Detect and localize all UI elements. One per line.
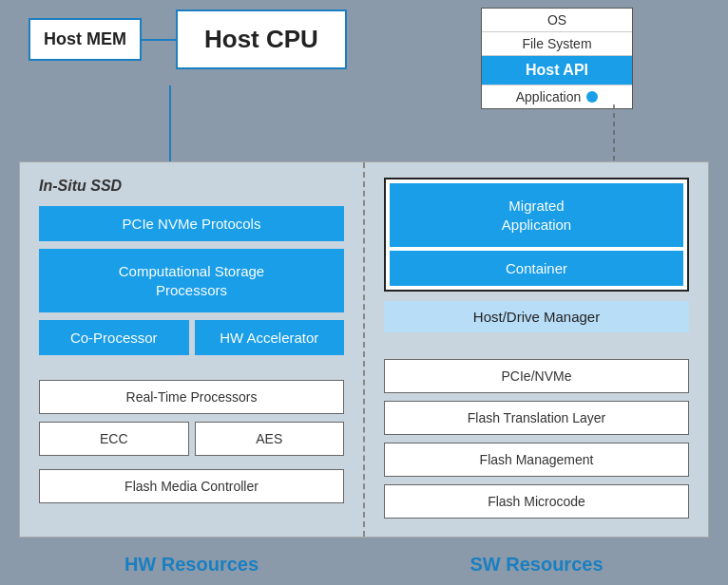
container-label: Container bbox=[506, 260, 567, 276]
application-label: Application bbox=[516, 89, 582, 104]
os-label: OS bbox=[547, 12, 566, 28]
flash-management-box: Flash Management bbox=[384, 443, 689, 477]
sw-resources-label: SW Resources bbox=[364, 554, 709, 576]
left-panel: In-Situ SSD PCIe NVMe Protocols Computat… bbox=[20, 162, 365, 537]
flash-management-label: Flash Management bbox=[480, 452, 594, 467]
host-drive-manager-box: Host/Drive Manager bbox=[384, 301, 689, 332]
csp-box: Computational StorageProcessors bbox=[39, 249, 344, 312]
software-stack: OS File System Host API Application bbox=[481, 8, 633, 109]
os-row: OS bbox=[482, 9, 632, 32]
migrated-app-box: MigratedApplication bbox=[390, 183, 683, 247]
mem-cpu-connector bbox=[142, 39, 176, 41]
host-api-row: Host API bbox=[482, 56, 632, 85]
co-processor-box: Co-Processor bbox=[39, 320, 189, 355]
bottom-labels: HW Resources SW Resources bbox=[19, 554, 709, 576]
co-processor-row: Co-Processor HW Accelerator bbox=[39, 320, 344, 355]
flash-media-label: Flash Media Controller bbox=[125, 479, 259, 494]
co-processor-label: Co-Processor bbox=[70, 330, 158, 346]
hw-accelerator-label: HW Accelerator bbox=[220, 330, 318, 346]
spacer-1 bbox=[39, 363, 344, 380]
top-left-components: Host MEM Host CPU bbox=[29, 9, 347, 69]
ftl-box: Flash Translation Layer bbox=[384, 401, 689, 435]
ecc-aes-row: ECC AES bbox=[39, 422, 344, 456]
migrated-app-label: MigratedApplication bbox=[502, 198, 571, 233]
real-time-processors-box: Real-Time Processors bbox=[39, 380, 344, 414]
host-mem-label: Host MEM bbox=[44, 29, 126, 48]
hw-accelerator-box: HW Accelerator bbox=[195, 320, 345, 355]
spacer-3 bbox=[384, 342, 689, 359]
ftl-label: Flash Translation Layer bbox=[468, 410, 606, 425]
main-diagram-area: In-Situ SSD PCIe NVMe Protocols Computat… bbox=[19, 161, 709, 538]
host-cpu-label: Host CPU bbox=[204, 25, 318, 53]
pcie-nvme-label: PCIe NVMe Protocols bbox=[123, 216, 261, 232]
host-drive-label: Host/Drive Manager bbox=[473, 309, 600, 325]
cpu-vertical-connector bbox=[169, 85, 171, 163]
flash-microcode-label: Flash Microcode bbox=[488, 494, 585, 509]
pcie-nvme-right-label: PCIe/NVMe bbox=[502, 368, 572, 384]
left-panel-title: In-Situ SSD bbox=[39, 178, 344, 195]
pcie-nvme-right-box: PCIe/NVMe bbox=[384, 359, 689, 393]
pcie-nvme-protocols-box: PCIe NVMe Protocols bbox=[39, 206, 344, 241]
filesystem-row: File System bbox=[482, 32, 632, 56]
hw-resources-label: HW Resources bbox=[19, 554, 364, 576]
aes-box: AES bbox=[195, 422, 345, 456]
aes-label: AES bbox=[256, 431, 282, 446]
real-time-label: Real-Time Processors bbox=[126, 389, 258, 405]
migrated-inner: MigratedApplication Container bbox=[386, 179, 687, 290]
flash-microcode-box: Flash Microcode bbox=[384, 484, 689, 519]
ecc-label: ECC bbox=[100, 431, 128, 446]
ecc-box: ECC bbox=[39, 422, 189, 456]
application-dot bbox=[586, 91, 598, 103]
flash-media-controller-box: Flash Media Controller bbox=[39, 469, 344, 503]
migrated-container: MigratedApplication Container bbox=[384, 178, 689, 292]
host-cpu-box: Host CPU bbox=[176, 9, 347, 69]
right-panel: MigratedApplication Container Host/Drive… bbox=[365, 162, 708, 537]
host-api-label: Host API bbox=[526, 62, 588, 78]
container-box: Container bbox=[390, 251, 683, 286]
csp-label: Computational StorageProcessors bbox=[119, 263, 264, 298]
filesystem-label: File System bbox=[522, 36, 591, 51]
host-mem-box: Host MEM bbox=[29, 18, 142, 62]
